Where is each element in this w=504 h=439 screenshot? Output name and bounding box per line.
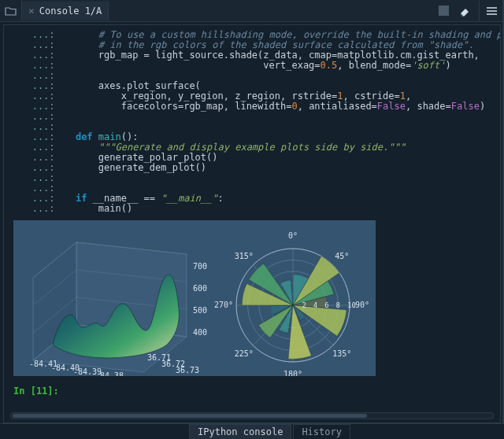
- options-menu-button[interactable]: [479, 1, 498, 21]
- console-output-area[interactable]: ...: # To use a custom hillshading mode,…: [3, 24, 501, 423]
- svg-text:2: 2: [302, 301, 306, 309]
- svg-text:4: 4: [313, 301, 317, 309]
- svg-text:90°: 90°: [355, 301, 369, 309]
- inline-plot: 40050060070036.7136.7236.73-84.41-84.40-…: [13, 220, 376, 376]
- code-output: ...: # To use a custom hillshading mode,…: [9, 30, 495, 214]
- svg-text:500: 500: [193, 306, 207, 315]
- svg-text:180°: 180°: [284, 370, 302, 376]
- svg-text:0°: 0°: [288, 231, 298, 240]
- stop-button[interactable]: [439, 6, 449, 16]
- tab-title: Console 1/A: [39, 6, 102, 17]
- svg-text:315°: 315°: [235, 252, 254, 260]
- svg-text:135°: 135°: [332, 349, 351, 358]
- svg-text:700: 700: [193, 262, 207, 271]
- svg-text:-84.38: -84.38: [95, 371, 124, 376]
- browse-folder-button[interactable]: [0, 1, 22, 21]
- svg-text:8: 8: [336, 301, 340, 309]
- tab-ipython-console[interactable]: IPython console: [189, 424, 291, 439]
- svg-text:36.73: 36.73: [176, 366, 199, 374]
- svg-text:600: 600: [193, 284, 207, 293]
- input-prompt[interactable]: In [11]:: [9, 386, 495, 397]
- prompt-label: In [11]:: [13, 386, 59, 397]
- svg-text:6: 6: [324, 301, 328, 309]
- svg-text:45°: 45°: [335, 252, 349, 260]
- clear-button[interactable]: [457, 6, 471, 17]
- svg-text:400: 400: [193, 328, 207, 337]
- close-tab-icon[interactable]: ×: [28, 6, 35, 16]
- console-tab[interactable]: × Console 1/A: [22, 2, 109, 20]
- svg-text:225°: 225°: [235, 349, 254, 358]
- horizontal-scrollbar[interactable]: [10, 412, 494, 419]
- tab-bar: × Console 1/A: [0, 0, 504, 22]
- tab-history[interactable]: History: [293, 424, 350, 439]
- svg-text:270°: 270°: [214, 301, 233, 309]
- panel-tabs: IPython console History: [0, 423, 504, 439]
- scrollbar-thumb[interactable]: [13, 414, 367, 418]
